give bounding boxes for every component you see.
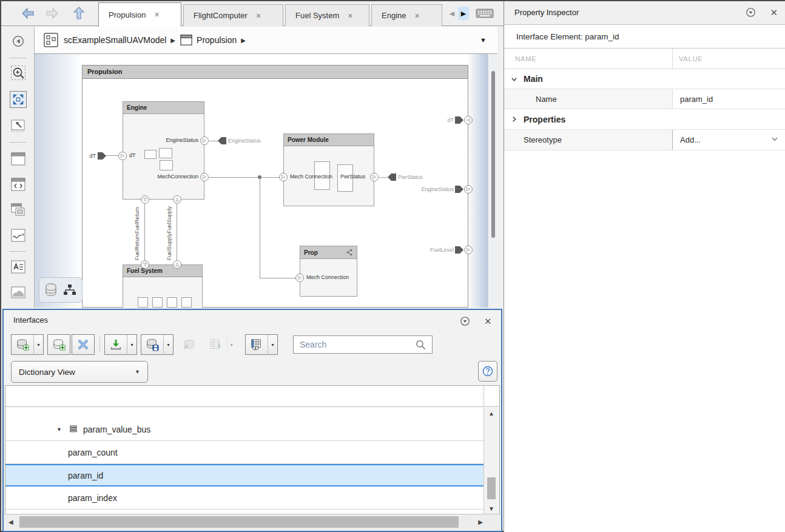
- property-name-value[interactable]: param_id: [680, 95, 713, 104]
- tab-flightcomputer[interactable]: FlightComputer ×: [183, 4, 283, 26]
- fuel-system-block[interactable]: Fuel System: [123, 264, 203, 308]
- boundary-fuellevel-port[interactable]: ▷: [464, 246, 473, 254]
- save-dictionary-dropdown-icon[interactable]: ▾: [163, 335, 173, 354]
- external-pwrstatus-label: PwrStatus: [398, 174, 423, 180]
- tab-close-icon[interactable]: ×: [348, 12, 352, 20]
- engine-block[interactable]: Engine: [123, 101, 204, 200]
- fuel-system-fuelsupply-port[interactable]: △: [173, 260, 181, 269]
- chevron-down-icon[interactable]: [510, 76, 517, 82]
- tab-propulsion[interactable]: Propulsion ×: [98, 2, 181, 27]
- power-module-pwrstatus-output-port[interactable]: ▷: [370, 173, 379, 181]
- zoom-in-button[interactable]: [10, 64, 27, 81]
- add-interface-button[interactable]: [12, 335, 33, 354]
- tree-horizontal-scrollbar[interactable]: ◀ ▶: [4, 514, 500, 530]
- scroll-down-icon[interactable]: ▼: [488, 505, 494, 512]
- image-button[interactable]: [10, 284, 27, 301]
- prop-block[interactable]: Prop: [300, 246, 357, 297]
- add-element-button[interactable]: [48, 335, 70, 354]
- dictionary-icon[interactable]: [44, 283, 58, 297]
- prop-mech-input-port[interactable]: ▷: [295, 274, 304, 282]
- scroll-up-icon[interactable]: ▲: [488, 410, 494, 417]
- boundary-dt-port[interactable]: ◁: [464, 116, 473, 124]
- scroll-left-icon[interactable]: ◀: [8, 519, 13, 525]
- tab-scroll-right-icon[interactable]: ▶: [458, 7, 469, 20]
- tree-vertical-scrollbar[interactable]: ▲ ▼: [483, 408, 499, 514]
- breadcrumb-dropdown-icon[interactable]: ▼: [480, 36, 487, 44]
- export-dropdown-icon[interactable]: ▾: [227, 335, 236, 354]
- property-row-stereotype[interactable]: Stereotype Add...: [504, 130, 785, 150]
- tab-close-icon[interactable]: ×: [414, 12, 419, 20]
- engine-dt-input-port[interactable]: ▷: [118, 152, 127, 160]
- save-dictionary-button[interactable]: [141, 335, 163, 354]
- component-button[interactable]: [10, 150, 27, 167]
- breadcrumb[interactable]: scExampleSmallUAVModel ▶ Propulsion ▶ ▼: [35, 27, 497, 54]
- tab-close-icon[interactable]: ×: [154, 10, 159, 19]
- stereotype-dropdown[interactable]: Add...: [672, 130, 785, 150]
- variant-component-button[interactable]: [10, 201, 27, 218]
- power-module-mech-input-port[interactable]: ▷: [279, 173, 288, 181]
- section-main[interactable]: Main: [504, 69, 785, 89]
- import-dropdown-icon[interactable]: ▾: [127, 335, 136, 354]
- canvas-vertical-scrollbar[interactable]: [488, 54, 497, 308]
- tree-row-bus[interactable]: ▼ param_value_bus: [5, 418, 483, 441]
- fuel-system-fuelreturn-port[interactable]: ▽: [141, 260, 149, 269]
- diagram-canvas[interactable]: Propulsion Engine dT EngineStatus MechCo…: [35, 54, 497, 308]
- breadcrumb-chevron-icon: ▶: [241, 37, 246, 44]
- hierarchy-icon[interactable]: [62, 283, 77, 297]
- tree-row-param-index[interactable]: param_index: [5, 487, 483, 510]
- tree-expander-icon[interactable]: ▼: [56, 426, 62, 433]
- search-input[interactable]: [293, 335, 433, 354]
- tab-fuel-system[interactable]: Fuel System ×: [285, 4, 369, 26]
- power-module-block[interactable]: Power Module: [283, 133, 374, 206]
- stereotype-dropdown-chevron-icon: [771, 135, 778, 144]
- hide-explorer-button[interactable]: [10, 33, 27, 50]
- chevron-right-icon[interactable]: [510, 116, 517, 123]
- export-button[interactable]: [206, 335, 227, 354]
- interface-adapter-button[interactable]: [10, 176, 27, 193]
- breadcrumb-current-view[interactable]: Propulsion: [197, 35, 237, 45]
- fit-to-view-button[interactable]: [10, 91, 27, 108]
- engine-mechconnection-output-port[interactable]: ▷: [200, 173, 209, 181]
- engine-enginestatus-output-port[interactable]: ▷: [200, 136, 209, 145]
- breadcrumb-model-name[interactable]: scExampleSmallUAVModel: [64, 35, 166, 45]
- add-interface-dropdown-icon[interactable]: ▾: [33, 335, 43, 354]
- tree-scrollbar-thumb[interactable]: [487, 477, 496, 499]
- name-column-header: NAME: [515, 55, 536, 62]
- signal-component-button[interactable]: [10, 227, 27, 244]
- show-columns-button[interactable]: [246, 335, 268, 354]
- keyboard-icon[interactable]: [473, 6, 496, 21]
- engine-fuelsupply-port[interactable]: △: [173, 195, 181, 204]
- engine-fuelreturn-port[interactable]: ▽: [141, 195, 149, 204]
- tab-scroll-left-icon[interactable]: ◀: [446, 7, 457, 20]
- annotation-button[interactable]: [10, 258, 27, 275]
- link-dictionary-button-group: [177, 334, 200, 355]
- tree-row-param-count[interactable]: param_count: [5, 441, 483, 464]
- help-button[interactable]: [478, 361, 497, 382]
- boundary-enginestatus-port[interactable]: ▷: [464, 185, 473, 194]
- tab-engine[interactable]: Engine ×: [371, 4, 442, 26]
- tab-close-icon[interactable]: ×: [256, 12, 261, 20]
- forward-button[interactable]: [44, 5, 61, 21]
- import-button[interactable]: [105, 335, 127, 354]
- zoom-to-selection-button[interactable]: [10, 116, 27, 133]
- hscrollbar-thumb[interactable]: [19, 516, 459, 528]
- view-mode-dropdown[interactable]: Dictionary View ▼: [11, 361, 148, 383]
- tab-label: Engine: [382, 11, 406, 20]
- interfaces-panel-close-icon[interactable]: ✕: [484, 316, 492, 327]
- property-inspector-menu-icon[interactable]: [746, 7, 756, 18]
- back-button[interactable]: [19, 5, 36, 21]
- interfaces-panel-menu-icon[interactable]: [460, 316, 470, 326]
- delete-button[interactable]: [72, 335, 94, 354]
- up-to-parent-button[interactable]: [70, 5, 87, 21]
- tree-row-param-id[interactable]: param_id: [5, 464, 483, 487]
- add-interface-icon: [16, 338, 29, 351]
- container-header[interactable]: Propulsion: [83, 66, 468, 79]
- property-row-name[interactable]: Name param_id: [504, 89, 785, 109]
- show-columns-dropdown-icon[interactable]: ▾: [268, 335, 277, 354]
- palette-toolbar: [1, 27, 35, 308]
- scroll-right-icon[interactable]: ▶: [478, 519, 483, 525]
- link-dictionary-button[interactable]: [178, 335, 200, 354]
- canvas-scrollbar-thumb[interactable]: [491, 71, 495, 238]
- section-properties[interactable]: Properties: [504, 109, 785, 130]
- property-inspector-close-icon[interactable]: ✕: [770, 7, 778, 18]
